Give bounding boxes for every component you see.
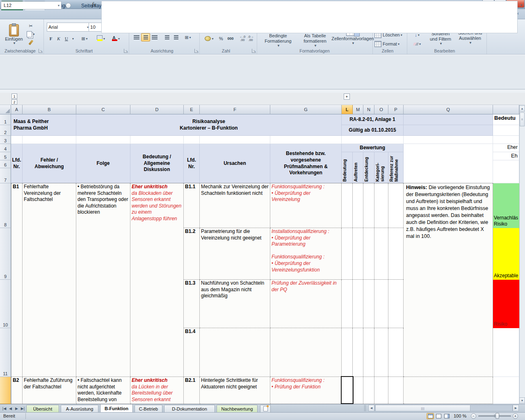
cell-F10-cause[interactable]: Nachführung von Schachteln aus dem Magaz… bbox=[200, 280, 270, 328]
cell-B8-fehler[interactable]: Fehlerhafte Vereinzelung der Faltschacht… bbox=[23, 183, 76, 377]
empty-cell[interactable] bbox=[493, 160, 519, 183]
header-rating-bedeutung[interactable]: Bedeutung bbox=[342, 152, 353, 183]
cell-G9-measure[interactable]: Installationsqualifizierung : • Überprüf… bbox=[270, 228, 342, 280]
merge-center-button[interactable]: ⊞▾ bbox=[180, 33, 195, 41]
sheet-tab-c-betrieb[interactable]: C-Betrieb bbox=[135, 405, 162, 412]
col-header-P[interactable]: P bbox=[388, 105, 404, 114]
horizontal-scroll-thumb[interactable]: ||| bbox=[375, 405, 470, 411]
company-cell[interactable]: Maas & Peither Pharma GmbH bbox=[11, 114, 76, 136]
cell-D12-bedeutung[interactable]: Eher unkritisch da Lücken in der Bereits… bbox=[130, 377, 184, 404]
tab-split-handle[interactable] bbox=[364, 405, 367, 411]
clipboard-dialog-launcher-icon[interactable]: ↘ bbox=[39, 49, 43, 53]
outline-expand-button[interactable]: + bbox=[344, 94, 350, 100]
vertical-scrollbar[interactable] bbox=[519, 105, 525, 404]
col-header-Q[interactable]: Q bbox=[404, 105, 493, 114]
empty-cell[interactable] bbox=[23, 136, 76, 144]
empty-cell[interactable] bbox=[404, 377, 493, 404]
format-cells-button[interactable]: Format▾ bbox=[374, 40, 406, 48]
scroll-up-icon[interactable]: ▲ bbox=[519, 105, 525, 112]
clear-button[interactable]: ▾ bbox=[410, 40, 424, 48]
last-sheet-icon[interactable]: ▶| bbox=[20, 406, 25, 411]
sheet-tab-b-funktion[interactable]: B-Funktion bbox=[100, 404, 133, 412]
row-header-3[interactable]: 3 bbox=[0, 136, 11, 144]
row-header-8[interactable]: 8 bbox=[0, 183, 11, 228]
row-header-1[interactable]: 1 bbox=[0, 114, 11, 125]
underline-button[interactable]: U bbox=[62, 34, 71, 43]
percent-style-button[interactable]: % bbox=[217, 34, 226, 43]
formula-input[interactable] bbox=[101, 1, 518, 33]
cell-G10-measure[interactable]: Prüfung der Zuverlässigkeit in der PQ bbox=[270, 280, 342, 328]
cell-E11-id[interactable]: B1.4 bbox=[184, 328, 200, 377]
sheet-tab-nachbewertung[interactable]: Nachbewertung bbox=[217, 405, 258, 412]
cell-F9-cause[interactable]: Parametrierung für die Vereinzelung nich… bbox=[200, 228, 270, 280]
risk-yellow-cell[interactable]: Akzeptable bbox=[493, 228, 519, 280]
paste-button[interactable]: Einfügen▼ bbox=[4, 21, 24, 48]
next-sheet-icon[interactable]: ▶ bbox=[14, 406, 19, 411]
scroll-left-icon[interactable]: ◀ bbox=[368, 405, 374, 411]
hinweis-cell[interactable]: Hinweis: Die vorliegende Einstufung der … bbox=[404, 183, 493, 377]
align-left-icon[interactable] bbox=[132, 33, 141, 41]
align-right-icon[interactable] bbox=[150, 33, 159, 41]
scroll-down-icon[interactable]: ▼ bbox=[519, 397, 525, 404]
increase-decimal-icon[interactable]: ←.0.00 bbox=[238, 34, 247, 43]
bold-button[interactable]: F bbox=[47, 34, 55, 43]
col-header-O[interactable]: O bbox=[374, 105, 388, 114]
rating-cells-row[interactable] bbox=[342, 328, 404, 377]
cell-D8-bedeutung[interactable]: Eher unkritisch da Blockaden über Sensor… bbox=[130, 183, 184, 377]
empty-cell[interactable] bbox=[184, 136, 200, 144]
prev-sheet-icon[interactable]: ◀ bbox=[8, 406, 13, 411]
underline-options-chevron-icon[interactable]: ▾ bbox=[70, 34, 75, 43]
italic-button[interactable]: K bbox=[55, 34, 63, 43]
cell-F12-cause[interactable]: Hinterlegte Schrittkette für Aktuatoren … bbox=[200, 377, 270, 404]
risk-red-cell[interactable]: Risiko bbox=[493, 280, 519, 328]
name-box[interactable]: L12▾ bbox=[1, 1, 62, 9]
align-center-icon[interactable] bbox=[141, 33, 150, 41]
view-normal-icon[interactable] bbox=[427, 413, 434, 419]
header-rating-referenz[interactable]: Referenz zur Maßnahme bbox=[388, 152, 404, 183]
col-header-N[interactable]: N bbox=[363, 105, 374, 114]
format-painter-button[interactable] bbox=[25, 38, 36, 46]
cell-A8-id[interactable]: B1 bbox=[11, 183, 23, 377]
row-header-7[interactable]: 7 bbox=[0, 168, 11, 183]
col-header-G[interactable]: G bbox=[270, 105, 342, 114]
header-massnahmen[interactable]: Bestehende bzw. vorgesehene Prüfmaßnahme… bbox=[270, 144, 342, 183]
row-header-10[interactable]: 10 bbox=[0, 280, 11, 328]
cell-G8-measure[interactable]: Funktionsqualifizierung : • Überprüfung … bbox=[270, 183, 342, 228]
scroll-right-icon[interactable]: ▶ bbox=[513, 405, 519, 411]
name-box-chevron-icon[interactable]: ▾ bbox=[58, 4, 61, 7]
empty-cell[interactable] bbox=[404, 125, 493, 136]
col-header-partial[interactable] bbox=[493, 105, 519, 114]
zoom-level[interactable]: 100 % bbox=[454, 413, 466, 418]
sheet-tab-uebersicht[interactable]: Übersicht bbox=[26, 405, 59, 412]
view-page-layout-icon[interactable] bbox=[435, 413, 442, 419]
row-header-11[interactable]: 11 bbox=[0, 328, 11, 377]
header-bedeutung[interactable]: Bedeutung / Allgemeine Diskussion bbox=[130, 144, 184, 183]
empty-cell[interactable] bbox=[76, 136, 130, 144]
cell-E8-id[interactable]: B1.1 bbox=[184, 183, 200, 228]
risk-green-cell[interactable]: Vernachläs Risiko bbox=[493, 183, 519, 228]
outline-level-1-button[interactable]: 1 bbox=[11, 94, 17, 99]
comma-style-button[interactable]: 000 bbox=[225, 34, 236, 43]
font-color-button[interactable]: A▾ bbox=[108, 34, 122, 43]
selected-cell-L12[interactable] bbox=[341, 376, 354, 404]
header-bewertung[interactable]: Bewertung bbox=[342, 144, 404, 152]
row-header-2[interactable]: 2 bbox=[0, 125, 11, 136]
fill-color-button[interactable]: ▾ bbox=[94, 34, 107, 43]
col-header-D[interactable]: D bbox=[130, 105, 184, 114]
row-header-5[interactable]: 5 bbox=[0, 152, 11, 160]
empty-cell[interactable] bbox=[404, 114, 493, 125]
clipped-eher-cell[interactable]: Eher bbox=[493, 144, 519, 152]
empty-cell[interactable] bbox=[493, 328, 519, 377]
cell-B12-fehler[interactable]: Fehlerhafte Zuführung der Faltschachtel bbox=[23, 377, 76, 404]
select-all-corner[interactable] bbox=[0, 105, 11, 114]
row-header-4[interactable]: 4 bbox=[0, 144, 11, 152]
empty-cell[interactable] bbox=[493, 136, 519, 144]
zoom-slider-track[interactable] bbox=[478, 415, 511, 417]
col-header-B[interactable]: B bbox=[23, 105, 76, 114]
col-header-F[interactable]: F bbox=[200, 105, 270, 114]
empty-cell[interactable] bbox=[342, 136, 404, 144]
formula-bar-expand-icon[interactable]: ▾ bbox=[518, 2, 524, 8]
outline-level-2-button[interactable]: 2 bbox=[11, 99, 17, 105]
number-dialog-launcher-icon[interactable]: ↘ bbox=[252, 49, 256, 53]
col-header-C[interactable]: C bbox=[76, 105, 130, 114]
